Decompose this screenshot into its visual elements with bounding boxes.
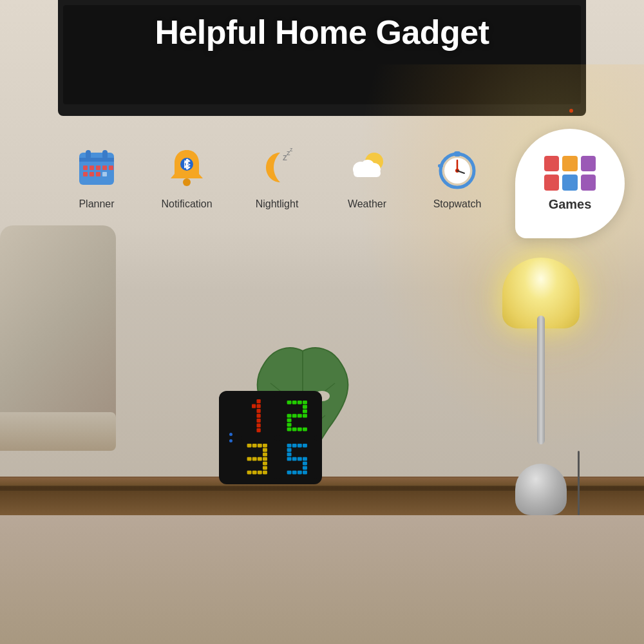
- svg-rect-79: [263, 457, 267, 460]
- svg-rect-53: [252, 404, 256, 408]
- svg-rect-72: [258, 443, 262, 447]
- svg-rect-68: [298, 428, 302, 431]
- games-grid: [544, 156, 596, 191]
- svg-rect-76: [247, 457, 252, 460]
- svg-rect-66: [287, 428, 292, 431]
- dot-top: [229, 433, 232, 436]
- svg-rect-98: [287, 470, 292, 474]
- svg-rect-67: [292, 428, 297, 431]
- svg-rect-5: [90, 166, 94, 170]
- device-body: [219, 391, 322, 484]
- svg-rect-57: [303, 401, 307, 404]
- svg-rect-46: [257, 399, 261, 403]
- svg-rect-50: [257, 419, 261, 422]
- svg-rect-77: [252, 457, 257, 460]
- svg-rect-9: [90, 172, 94, 176]
- svg-rect-32: [453, 153, 462, 155]
- lamp: [489, 258, 592, 515]
- svg-rect-58: [303, 405, 307, 409]
- planner-icon: [74, 145, 119, 190]
- svg-rect-48: [257, 409, 261, 413]
- svg-rect-7: [102, 166, 107, 170]
- svg-rect-97: [303, 466, 307, 469]
- svg-rect-56: [298, 401, 302, 404]
- weather-label: Weather: [348, 198, 386, 210]
- svg-rect-55: [292, 401, 297, 404]
- icon-item-nightlight: Z Z Z Nightlight: [232, 142, 322, 210]
- svg-rect-84: [258, 470, 262, 474]
- svg-rect-93: [292, 457, 297, 460]
- lamp-base: [515, 464, 567, 515]
- svg-rect-12: [109, 166, 113, 170]
- svg-rect-99: [292, 470, 297, 474]
- svg-rect-74: [263, 448, 267, 451]
- svg-rect-4: [83, 166, 88, 170]
- svg-rect-8: [83, 172, 88, 176]
- planner-icon-wrap: [71, 142, 122, 193]
- weather-icon-wrap: [341, 142, 393, 193]
- dot-bottom: [229, 439, 232, 442]
- device-side-dots: [224, 396, 237, 479]
- svg-rect-94: [298, 457, 302, 460]
- svg-rect-54: [287, 401, 292, 404]
- svg-rect-85: [263, 470, 267, 474]
- games-block-4: [562, 175, 577, 191]
- chair: [0, 193, 142, 515]
- svg-rect-82: [247, 470, 252, 474]
- main-heading: Helpful Home Gadget: [0, 13, 644, 52]
- games-block-0: [544, 156, 559, 172]
- games-label: Games: [549, 197, 592, 212]
- svg-rect-47: [257, 404, 261, 408]
- svg-rect-91: [287, 452, 292, 456]
- stopwatch-icon-wrap: [431, 142, 483, 193]
- svg-text:Z: Z: [290, 147, 293, 152]
- games-block-3: [544, 175, 559, 191]
- svg-rect-81: [263, 466, 267, 469]
- svg-rect-49: [257, 414, 261, 418]
- svg-rect-70: [247, 443, 252, 447]
- svg-rect-78: [258, 457, 262, 460]
- svg-rect-92: [287, 457, 292, 460]
- tv-indicator: [569, 109, 573, 113]
- svg-rect-52: [257, 428, 261, 432]
- svg-rect-87: [292, 443, 297, 447]
- floor: [0, 515, 644, 644]
- notification-icon-wrap: ▷: [161, 142, 213, 193]
- icon-item-weather: Weather: [322, 142, 412, 210]
- svg-rect-65: [287, 423, 292, 427]
- svg-rect-86: [287, 443, 292, 447]
- stopwatch-icon: [435, 145, 480, 190]
- svg-rect-33: [438, 164, 443, 167]
- icon-item-stopwatch: Stopwatch: [412, 142, 502, 210]
- lamp-neck: [537, 316, 545, 444]
- nightlight-icon: Z Z Z: [254, 145, 299, 190]
- nightlight-icon-wrap: Z Z Z: [251, 142, 303, 193]
- svg-point-13: [183, 178, 191, 186]
- svg-rect-11: [102, 172, 107, 176]
- svg-rect-101: [303, 470, 307, 474]
- svg-rect-59: [303, 410, 307, 413]
- svg-rect-89: [303, 443, 307, 447]
- svg-rect-75: [263, 452, 267, 456]
- svg-rect-96: [303, 461, 307, 465]
- notification-icon: ▷: [164, 145, 209, 190]
- svg-rect-95: [303, 457, 307, 460]
- svg-rect-63: [303, 414, 307, 418]
- svg-rect-64: [287, 419, 292, 422]
- svg-rect-3: [102, 150, 108, 159]
- svg-rect-69: [303, 428, 307, 431]
- svg-rect-62: [298, 414, 302, 418]
- chair-back: [0, 225, 116, 431]
- notification-label: Notification: [161, 198, 212, 210]
- svg-rect-90: [287, 448, 292, 451]
- games-bubble: Games: [515, 129, 625, 238]
- led-quadrant-4: [279, 439, 317, 480]
- lamp-cord: [578, 451, 580, 515]
- svg-rect-83: [252, 470, 257, 474]
- svg-rect-1: [79, 158, 114, 162]
- svg-rect-10: [96, 172, 100, 176]
- games-block-5: [581, 175, 596, 191]
- svg-rect-6: [96, 166, 100, 170]
- led-quadrant-1: [240, 396, 277, 437]
- svg-rect-61: [292, 414, 297, 418]
